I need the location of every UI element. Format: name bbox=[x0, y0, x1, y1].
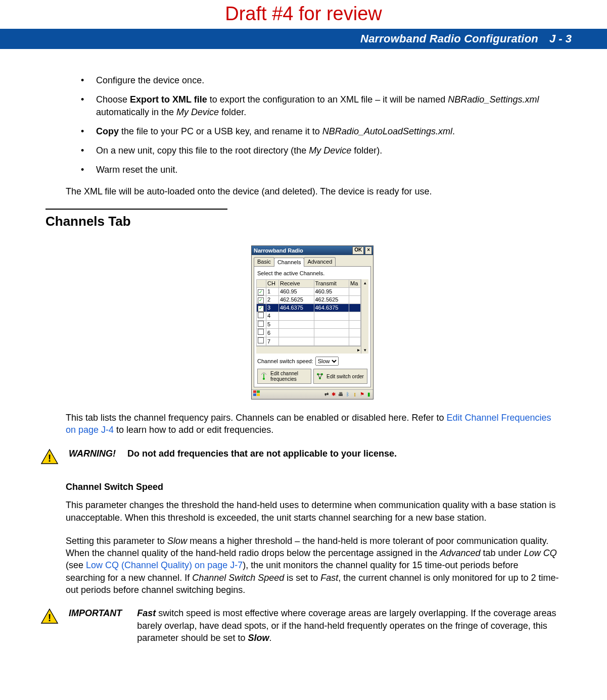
ok-button[interactable]: OK bbox=[352, 246, 364, 255]
horizontal-scrollbar[interactable]: ▸ bbox=[256, 346, 361, 354]
tray-bluetooth-icon[interactable]: ᛒ bbox=[345, 391, 351, 398]
tray-battery-icon[interactable]: ▮ bbox=[366, 391, 372, 398]
warning-callout: ! WARNING! Do not add frequencies that a… bbox=[40, 447, 559, 468]
list-item: Choose Export to XML file to export the … bbox=[81, 93, 559, 118]
text-italic: Slow bbox=[167, 536, 187, 546]
checkbox-icon[interactable]: ✓ bbox=[258, 297, 264, 304]
taskbar: ⇄ ✱ 🖶 ᛒ ⫿ ⚑ ▮ bbox=[252, 389, 373, 399]
list-item: Configure the device once. bbox=[81, 74, 559, 86]
cell bbox=[349, 337, 361, 346]
cell: 460.95 bbox=[314, 287, 349, 295]
text: to learn how to add or edit frequencies. bbox=[114, 425, 273, 435]
cell-checkbox[interactable]: ✓ bbox=[257, 287, 266, 295]
link-low-cq[interactable]: Low CQ (Channel Quality) on page J-7 bbox=[86, 560, 243, 570]
checkbox-icon[interactable]: ✓ bbox=[258, 289, 264, 295]
list-text: folder. bbox=[219, 107, 246, 117]
checkbox-icon[interactable] bbox=[258, 312, 264, 318]
cell-checkbox[interactable] bbox=[257, 329, 266, 337]
table-row[interactable]: ✓3464.6375464.6375 bbox=[257, 304, 361, 312]
svg-rect-7 bbox=[257, 393, 260, 396]
table-row[interactable]: 6 bbox=[257, 329, 361, 337]
paragraph: The XML file will be auto-loaded onto th… bbox=[66, 185, 559, 197]
tab-basic[interactable]: Basic bbox=[254, 257, 274, 266]
warning-label: WARNING! bbox=[69, 448, 116, 459]
scroll-right-icon[interactable]: ▸ bbox=[357, 346, 360, 354]
cell: 2 bbox=[266, 295, 279, 304]
cell bbox=[349, 329, 361, 337]
list-text-italic: NBRadio_AutoLoadSettings.xml bbox=[322, 126, 452, 136]
cell: 1 bbox=[266, 287, 279, 295]
text: This tab lists the channel frequency pai… bbox=[66, 413, 446, 423]
close-button[interactable]: × bbox=[365, 246, 372, 255]
important-label: IMPORTANT bbox=[69, 607, 122, 619]
text: switch speed is most effective where cov… bbox=[137, 608, 556, 643]
checkbox-icon[interactable] bbox=[258, 337, 264, 343]
table-row[interactable]: 7 bbox=[257, 337, 361, 346]
tab-channels[interactable]: Channels bbox=[274, 258, 304, 267]
checkbox-icon[interactable] bbox=[258, 329, 264, 335]
cell-checkbox[interactable]: ✓ bbox=[257, 304, 266, 312]
narrowband-radio-window: Narrowband Radio OK × Basic Channels Adv… bbox=[251, 245, 373, 399]
cell-checkbox[interactable] bbox=[257, 312, 266, 320]
list-text: Warm reset the unit. bbox=[96, 165, 177, 175]
table-row[interactable]: 4 bbox=[257, 312, 361, 320]
bullet-list: Configure the device once. Choose Export… bbox=[81, 74, 559, 176]
subheading: Channel Switch Speed bbox=[66, 481, 559, 493]
tray-icon[interactable]: ⚑ bbox=[359, 391, 365, 398]
edit-order-button[interactable]: Edit switch order bbox=[313, 369, 367, 384]
cell: 462.5625 bbox=[314, 295, 349, 304]
cell bbox=[349, 304, 361, 312]
checkbox-icon[interactable] bbox=[258, 321, 264, 327]
list-text: On a new unit, copy this file to the roo… bbox=[96, 145, 309, 156]
draft-header: Draft #4 for review bbox=[0, 0, 607, 29]
tray-signal-icon[interactable]: ⫿ bbox=[352, 391, 358, 398]
list-text-italic: My Device bbox=[176, 107, 219, 117]
tab-advanced[interactable]: Advanced bbox=[304, 257, 336, 266]
cell-checkbox[interactable] bbox=[257, 337, 266, 346]
cell: 464.6375 bbox=[279, 304, 314, 312]
switch-speed-select[interactable]: Slow bbox=[315, 357, 339, 366]
text: is set to bbox=[284, 573, 320, 583]
cell-checkbox[interactable]: ✓ bbox=[257, 295, 266, 304]
important-callout: ! IMPORTANT Fast switch speed is most ef… bbox=[40, 607, 559, 644]
warning-body: WARNING! Do not add frequencies that are… bbox=[69, 447, 397, 460]
cell: 3 bbox=[266, 304, 279, 312]
list-text: Configure the device once. bbox=[96, 75, 204, 85]
edit-frequencies-button[interactable]: Edit channel frequencies bbox=[257, 369, 311, 384]
cell: 4 bbox=[266, 312, 279, 320]
vertical-scrollbar[interactable]: ▴ ▾ bbox=[361, 279, 368, 354]
page-header-number: J - 3 bbox=[549, 32, 572, 45]
tab-row: Basic Channels Advanced bbox=[252, 255, 373, 266]
start-icon[interactable] bbox=[253, 390, 261, 399]
warning-icon: ! bbox=[40, 448, 59, 468]
important-icon: ! bbox=[40, 608, 59, 627]
scroll-up-icon[interactable]: ▴ bbox=[364, 280, 366, 286]
tray-icon[interactable]: 🖶 bbox=[338, 391, 344, 398]
button-label: Edit switch order bbox=[326, 374, 364, 379]
checkbox-icon[interactable]: ✓ bbox=[258, 306, 264, 312]
table-row[interactable]: ✓2462.5625462.5625 bbox=[257, 295, 361, 304]
scroll-down-icon[interactable]: ▾ bbox=[364, 347, 366, 353]
cell: 460.95 bbox=[279, 287, 314, 295]
cell bbox=[349, 287, 361, 295]
text: Setting this parameter to bbox=[66, 536, 167, 546]
window-titlebar: Narrowband Radio OK × bbox=[252, 246, 373, 255]
cell-checkbox[interactable] bbox=[257, 320, 266, 329]
tray-icon[interactable]: ⇄ bbox=[323, 391, 330, 398]
screenshot-container: Narrowband Radio OK × Basic Channels Adv… bbox=[66, 245, 559, 399]
table-row[interactable]: ✓1460.95460.95 bbox=[257, 287, 361, 295]
table-row[interactable]: 5 bbox=[257, 320, 361, 329]
svg-point-0 bbox=[263, 378, 265, 380]
list-text: . bbox=[452, 126, 455, 136]
window-title: Narrowband Radio bbox=[254, 247, 351, 255]
cell bbox=[349, 312, 361, 320]
cell bbox=[314, 320, 349, 329]
list-text: the file to your PC or a USB key, and re… bbox=[119, 126, 322, 136]
panel-instruction: Select the active Channels. bbox=[257, 270, 367, 277]
text-italic: Fast bbox=[320, 573, 338, 583]
text-italic: Low CQ bbox=[524, 548, 557, 558]
svg-text:!: ! bbox=[48, 453, 52, 464]
page-header-bar: Narrowband Radio Configuration J - 3 bbox=[0, 29, 607, 49]
tray-icon[interactable]: ✱ bbox=[331, 391, 337, 398]
col-ma: Ma bbox=[349, 279, 361, 287]
